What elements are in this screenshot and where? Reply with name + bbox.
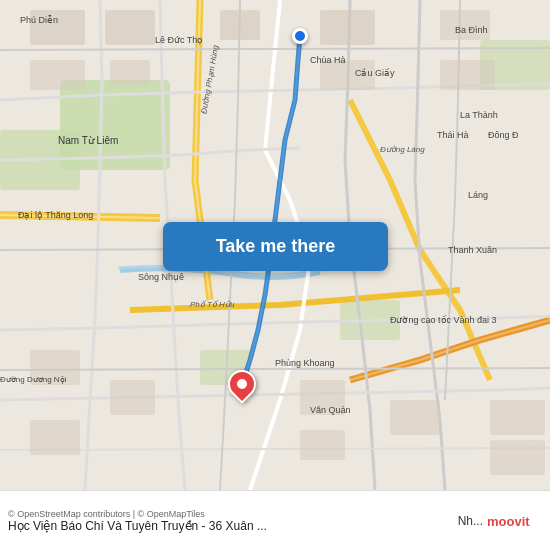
moovit-logo: moovit xyxy=(487,511,542,531)
svg-rect-9 xyxy=(30,10,85,45)
svg-rect-12 xyxy=(320,60,375,90)
svg-rect-15 xyxy=(30,350,80,385)
map-view: Phú Diễn Lê Đức Thọ Đường Phạm Hùng Nam … xyxy=(0,0,550,490)
button-label: Take me there xyxy=(216,236,336,257)
svg-rect-10 xyxy=(30,60,85,90)
bottom-bar: © OpenStreetMap contributors | © OpenMap… xyxy=(0,490,550,550)
svg-rect-8 xyxy=(320,10,375,45)
svg-rect-21 xyxy=(490,440,545,475)
svg-rect-13 xyxy=(440,10,490,40)
svg-rect-17 xyxy=(110,380,155,415)
bottom-info: © OpenStreetMap contributors | © OpenMap… xyxy=(8,509,458,533)
svg-rect-19 xyxy=(390,400,440,435)
svg-rect-22 xyxy=(300,430,345,460)
destination-pin xyxy=(228,370,256,398)
svg-rect-18 xyxy=(300,380,345,415)
svg-rect-6 xyxy=(105,10,155,45)
svg-rect-7 xyxy=(220,10,260,40)
svg-rect-16 xyxy=(30,420,80,455)
attribution-text: © OpenStreetMap contributors | © OpenMap… xyxy=(8,509,458,519)
destination-abbr: Nh... xyxy=(458,514,483,528)
bottom-right-section: Nh... moovit xyxy=(458,511,542,531)
svg-rect-14 xyxy=(440,60,495,90)
svg-rect-20 xyxy=(490,400,545,435)
destination-label: Học Viện Báo Chí Và Tuyên Truyền - 36 Xu… xyxy=(8,519,388,533)
svg-rect-11 xyxy=(110,60,150,85)
origin-marker xyxy=(292,28,308,44)
svg-text:moovit: moovit xyxy=(487,514,530,529)
take-me-there-button[interactable]: Take me there xyxy=(163,222,388,271)
